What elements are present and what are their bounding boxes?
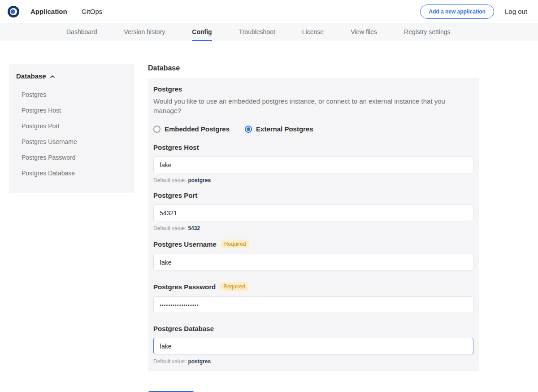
postgres-radio-group: Embedded Postgres External Postgres	[153, 125, 473, 133]
default-value-line: Default value:postgres	[153, 358, 473, 365]
logout-link[interactable]: Log out	[505, 8, 527, 15]
default-value-prefix: Default value:	[153, 225, 186, 231]
add-new-application-button[interactable]: Add a new application	[420, 4, 494, 19]
radio-checked-icon[interactable]	[245, 126, 252, 133]
sidebar-item-postgres-port[interactable]: Postgres Port	[9, 118, 134, 134]
config-sidebar: Database Postgres Postgres Host Postgres…	[9, 64, 134, 193]
field-label: Postgres Username	[153, 240, 217, 248]
top-bar-actions: Add a new application Log out	[420, 4, 527, 19]
top-tab-application[interactable]: Application	[30, 8, 67, 15]
postgres-password-input[interactable]	[153, 296, 473, 313]
tab-dashboard[interactable]: Dashboard	[66, 23, 97, 41]
postgres-port-input[interactable]	[153, 205, 473, 221]
postgres-group-label: Postgres	[153, 85, 473, 93]
required-badge: Required	[220, 282, 248, 291]
app-subnav: Dashboard Version history Config Trouble…	[0, 23, 538, 41]
tab-version-history[interactable]: Version history	[124, 23, 165, 41]
field-postgres-password: Postgres Password Required	[153, 282, 473, 313]
radio-label: External Postgres	[256, 125, 313, 133]
content-area: Database Postgres Postgres Host Postgres…	[0, 41, 538, 392]
sidebar-item-postgres-database[interactable]: Postgres Database	[9, 166, 134, 181]
top-nav: Application GitOps	[30, 8, 102, 15]
sidebar-group-database[interactable]: Database	[9, 72, 134, 80]
chevron-up-icon	[50, 72, 55, 80]
section-title: Database	[148, 64, 479, 72]
tab-config[interactable]: Config	[192, 23, 212, 41]
tab-view-files[interactable]: View files	[351, 23, 377, 41]
field-postgres-database: Postgres Database Default value:postgres	[153, 325, 473, 365]
tab-registry-settings[interactable]: Registry settings	[404, 23, 450, 41]
default-value-line: Default value:postgres	[153, 177, 473, 183]
default-value: 5432	[188, 225, 200, 231]
top-tab-gitops[interactable]: GitOps	[82, 8, 103, 15]
default-value: postgres	[188, 358, 211, 365]
default-value-line: Default value:5432	[153, 225, 473, 231]
postgres-database-input[interactable]	[153, 338, 473, 354]
sidebar-item-list: Postgres Postgres Host Postgres Port Pos…	[9, 87, 134, 181]
postgres-help-text: Would you like to use an embedded postgr…	[153, 96, 473, 115]
sidebar-item-postgres-username[interactable]: Postgres Username	[9, 134, 134, 150]
field-label: Postgres Database	[153, 325, 214, 332]
default-value-prefix: Default value:	[153, 358, 186, 365]
field-postgres-port: Postgres Port Default value:5432	[153, 192, 473, 231]
config-main: Database Postgres Would you like to use …	[148, 64, 479, 392]
top-bar: Application GitOps Add a new application…	[0, 0, 538, 23]
required-badge: Required	[221, 240, 249, 248]
radio-external-postgres[interactable]: External Postgres	[245, 125, 313, 133]
app-logo-icon	[7, 5, 20, 18]
field-postgres-host: Postgres Host Default value:postgres	[153, 144, 473, 183]
sidebar-item-postgres-password[interactable]: Postgres Password	[9, 150, 134, 166]
radio-embedded-postgres[interactable]: Embedded Postgres	[153, 125, 230, 133]
sidebar-group-label: Database	[16, 72, 46, 80]
tab-license[interactable]: License	[302, 23, 324, 41]
field-label: Postgres Password	[153, 283, 216, 291]
postgres-host-input[interactable]	[153, 157, 473, 173]
radio-label: Embedded Postgres	[165, 125, 230, 133]
database-config-group: Postgres Would you like to use an embedd…	[148, 78, 479, 371]
field-postgres-username: Postgres Username Required	[153, 240, 473, 270]
sidebar-item-postgres[interactable]: Postgres	[9, 87, 134, 103]
field-label: Postgres Port	[153, 192, 197, 199]
radio-unchecked-icon[interactable]	[153, 126, 161, 133]
tab-troubleshoot[interactable]: Troubleshoot	[239, 23, 275, 41]
sidebar-item-postgres-host[interactable]: Postgres Host	[9, 103, 134, 118]
default-value-prefix: Default value:	[153, 177, 186, 183]
field-label: Postgres Host	[153, 144, 199, 151]
default-value: postgres	[188, 177, 211, 183]
postgres-username-input[interactable]	[153, 254, 473, 270]
